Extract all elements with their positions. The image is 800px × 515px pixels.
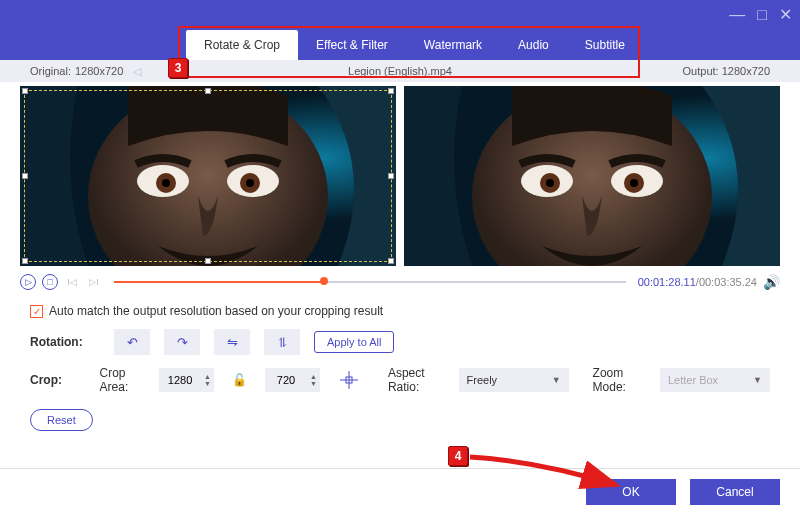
svg-point-13: [546, 179, 554, 187]
volume-icon[interactable]: 🔊: [763, 274, 780, 290]
preview-output: [404, 86, 780, 266]
crop-area-label: Crop Area:: [100, 366, 146, 394]
preview-area: [0, 82, 800, 270]
close-button[interactable]: ✕: [779, 7, 792, 23]
original-label: Original:: [30, 65, 71, 77]
original-resolution: 1280x720: [75, 65, 123, 77]
cancel-button[interactable]: Cancel: [690, 479, 780, 505]
chevron-left-icon[interactable]: ◁: [133, 65, 141, 78]
current-time: 00:01:28.11: [638, 276, 696, 288]
annotation-badge-4: 4: [448, 446, 468, 466]
aspect-ratio-select[interactable]: Freely▼: [459, 368, 569, 392]
crop-width-input[interactable]: ▲▼: [159, 368, 214, 392]
aspect-ratio-label: Aspect Ratio:: [388, 366, 445, 394]
flip-horizontal-button[interactable]: ⇋: [214, 329, 250, 355]
tab-bar: Rotate & Crop Effect & Filter Watermark …: [0, 30, 800, 60]
flip-vertical-button[interactable]: ⥮: [264, 329, 300, 355]
footer: OK Cancel: [0, 468, 800, 515]
tab-watermark[interactable]: Watermark: [406, 30, 500, 60]
apply-to-all-button[interactable]: Apply to All: [314, 331, 394, 353]
zoom-mode-select[interactable]: Letter Box▼: [660, 368, 770, 392]
crop-rectangle[interactable]: [24, 90, 392, 262]
center-crop-icon[interactable]: [340, 371, 358, 389]
tab-rotate-crop[interactable]: Rotate & Crop: [186, 30, 298, 60]
annotation-badge-3: 3: [168, 58, 188, 78]
titlebar: — □ ✕: [0, 0, 800, 30]
file-info-bar: Original: 1280x720 ◁ Legion (English).mp…: [0, 60, 800, 82]
crop-height-input[interactable]: ▲▼: [265, 368, 320, 392]
duration: 00:03:35.24: [699, 276, 757, 288]
automatch-checkbox[interactable]: ✓: [30, 305, 43, 318]
rotation-label: Rotation:: [30, 335, 100, 349]
minimize-button[interactable]: —: [729, 7, 745, 23]
zoom-mode-label: Zoom Mode:: [593, 366, 646, 394]
preview-original[interactable]: [20, 86, 396, 266]
play-button[interactable]: ▷: [20, 274, 36, 290]
prev-frame-button[interactable]: I◁: [64, 274, 80, 290]
controls-panel: ✓ Auto match the output resolution based…: [0, 296, 800, 450]
next-frame-button[interactable]: ▷I: [86, 274, 102, 290]
output-label: Output:: [683, 65, 719, 77]
stop-button[interactable]: □: [42, 274, 58, 290]
lock-aspect-icon[interactable]: 🔓: [232, 373, 247, 387]
crop-label: Crop:: [30, 373, 86, 387]
tab-audio[interactable]: Audio: [500, 30, 567, 60]
tab-subtitle[interactable]: Subtitle: [567, 30, 643, 60]
seek-bar[interactable]: [114, 279, 626, 285]
reset-button[interactable]: Reset: [30, 409, 93, 431]
filename: Legion (English).mp4: [348, 65, 452, 77]
automatch-label: Auto match the output resolution based o…: [49, 304, 383, 318]
rotate-left-button[interactable]: ↶: [114, 329, 150, 355]
output-resolution: 1280x720: [722, 65, 770, 77]
tab-effect-filter[interactable]: Effect & Filter: [298, 30, 406, 60]
svg-point-15: [630, 179, 638, 187]
maximize-button[interactable]: □: [757, 7, 767, 23]
ok-button[interactable]: OK: [586, 479, 676, 505]
timeline: ▷ □ I◁ ▷I 00:01:28.11/00:03:35.24 🔊: [0, 270, 800, 296]
rotate-right-button[interactable]: ↷: [164, 329, 200, 355]
